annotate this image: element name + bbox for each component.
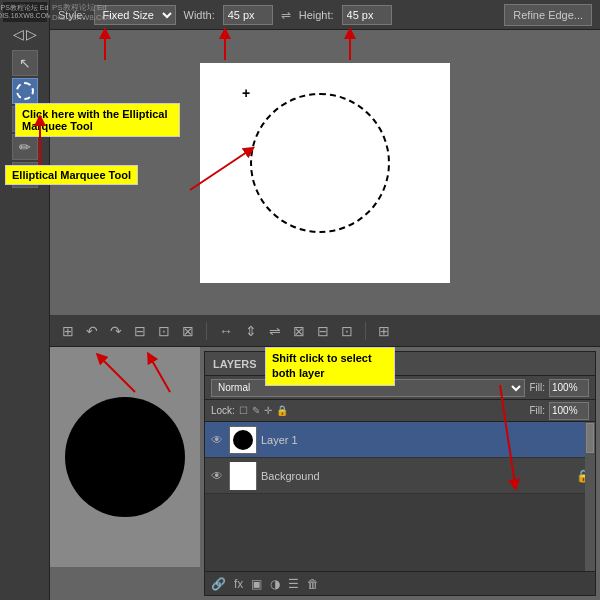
elliptical-marquee-tool-button[interactable] (12, 78, 38, 104)
opacity-label: Fill: (529, 382, 545, 393)
tb-icon-10[interactable]: ⊠ (289, 321, 309, 341)
layer-thumbnail (229, 462, 257, 490)
lock-transparent-icon[interactable]: ☐ (239, 405, 248, 416)
tb-icon-12[interactable]: ⊡ (337, 321, 357, 341)
elliptical-marquee-icon (16, 82, 34, 100)
options-bar: Style: Fixed Size Width: ⇌ Height: Refin… (50, 0, 600, 30)
tb-icon-9[interactable]: ⇌ (265, 321, 285, 341)
link-layers-button[interactable]: 🔗 (211, 577, 226, 591)
layers-header: LAYERS Shift click to select both layer (205, 352, 595, 376)
layer-thumb-circle (233, 430, 253, 450)
lock-position-icon[interactable]: ✛ (264, 405, 272, 416)
left-sidebar: PS教程论坛 Ed DIS.16XW8.COM ◁ ▷ ↖ ⌒ ✏ ⌇ (0, 0, 50, 600)
lock-all-icon[interactable]: 🔒 (276, 405, 288, 416)
bottom-section: ⊞ ↶ ↷ ⊟ ⊡ ⊠ ↔ ⇕ ⇌ ⊠ ⊟ ⊡ ⊞ (50, 315, 600, 600)
layers-bottom-bar: 🔗 fx ▣ ◑ ☰ 🗑 (205, 571, 595, 595)
nav-right-icon: ▷ (26, 26, 37, 42)
main-content: Style: Fixed Size Width: ⇌ Height: Refin… (50, 0, 600, 600)
tb-icon-4[interactable]: ⊟ (130, 321, 150, 341)
layer-row[interactable]: 👁 Background 🔒 (205, 458, 595, 494)
layer-thumb-blank (230, 462, 256, 490)
tb-icon-5[interactable]: ⊡ (154, 321, 174, 341)
tb-icon-1[interactable]: ⊞ (58, 321, 78, 341)
tb-icon-7[interactable]: ↔ (215, 321, 237, 341)
lock-image-icon[interactable]: ✎ (252, 405, 260, 416)
layers-lock-bar: Lock: ☐ ✎ ✛ 🔒 Fill: (205, 400, 595, 422)
tb-icon-8[interactable]: ⇕ (241, 321, 261, 341)
move-tool-button[interactable]: ↖ (12, 50, 38, 76)
toolbar-sep-2 (365, 322, 366, 340)
brush-icon: ✏ (19, 139, 31, 155)
layers-mode-bar: Normal Fill: (205, 376, 595, 400)
layers-panel: LAYERS Shift click to select both layer … (204, 351, 596, 596)
brush-tool-button[interactable]: ✏ (12, 134, 38, 160)
crosshair-icon: + (242, 85, 250, 101)
height-label: Height: (299, 9, 334, 21)
layers-scrollbar[interactable] (585, 422, 595, 571)
watermark-text: PS教程论坛 Ed DIS.16XW8.COM (0, 4, 52, 21)
tb-icon-6[interactable]: ⊠ (178, 321, 198, 341)
swap-icon: ⇌ (281, 8, 291, 22)
fill-label: Fill: (529, 405, 545, 416)
watermark: PS教程论坛 Ed DIS.16XW8.COM (52, 2, 115, 22)
layers-panel-title: LAYERS (213, 358, 257, 370)
canvas: + Click here with the Elliptical Marquee… (200, 63, 450, 283)
secondary-toolbar: ⊞ ↶ ↷ ⊟ ⊡ ⊠ ↔ ⇕ ⇌ ⊠ ⊟ ⊡ ⊞ (50, 315, 600, 347)
fill-input[interactable] (549, 402, 589, 420)
toolbar-sep-1 (206, 322, 207, 340)
move-tool-icon: ↖ (19, 55, 31, 71)
tb-icon-3[interactable]: ↷ (106, 321, 126, 341)
layer-thumbnail (229, 426, 257, 454)
black-circle (65, 397, 185, 517)
click-instruction-label: Click here with the Elliptical Marquee T… (15, 103, 180, 137)
opacity-input[interactable] (549, 379, 589, 397)
delete-layer-button[interactable]: 🗑 (307, 577, 319, 591)
tb-icon-11[interactable]: ⊟ (313, 321, 333, 341)
lock-label: Lock: (211, 405, 235, 416)
app-logo: PS教程论坛 Ed DIS.16XW8.COM (3, 2, 47, 22)
lock-icons: ☐ ✎ ✛ 🔒 (239, 405, 288, 416)
tb-icon-13[interactable]: ⊞ (374, 321, 394, 341)
add-mask-button[interactable]: ▣ (251, 577, 262, 591)
nav-arrows: ◁ ▷ (13, 26, 37, 42)
shift-click-label: Shift click to select both layer (265, 347, 395, 386)
adjustment-button[interactable]: ◑ (270, 577, 280, 591)
layer-name: Background (261, 470, 572, 482)
tb-icon-2[interactable]: ↶ (82, 321, 102, 341)
new-group-button[interactable]: ☰ (288, 577, 299, 591)
height-input[interactable] (342, 5, 392, 25)
bottom-content: LAYERS Shift click to select both layer … (50, 347, 600, 600)
layer-name: Layer 1 (261, 434, 591, 446)
image-preview (50, 347, 200, 567)
marquee-selection (250, 93, 390, 233)
width-label: Width: (184, 9, 215, 21)
tool-label: Elliptical Marquee Tool (5, 165, 138, 185)
refine-edge-button[interactable]: Refine Edge... (504, 4, 592, 26)
layer-row[interactable]: 👁 Layer 1 (205, 422, 595, 458)
nav-left-icon: ◁ (13, 26, 24, 42)
scroll-thumb[interactable] (586, 423, 594, 453)
layer-effects-button[interactable]: fx (234, 577, 243, 591)
width-input[interactable] (223, 5, 273, 25)
layer-visibility-icon[interactable]: 👁 (209, 432, 225, 448)
layer-visibility-icon[interactable]: 👁 (209, 468, 225, 484)
